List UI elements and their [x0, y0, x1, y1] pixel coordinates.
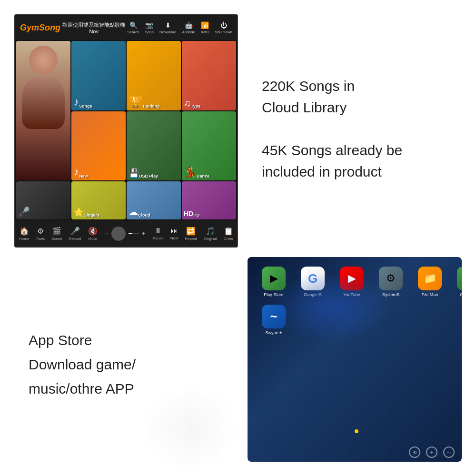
tools-button[interactable]: ⚙ Tools — [36, 227, 45, 241]
singers-cell[interactable]: ⭐ Singers — [71, 181, 126, 219]
android-label: Android — [182, 30, 196, 34]
scene-button[interactable]: 🎬 Scene — [51, 227, 62, 241]
main-container: GymSong 歡迎使用雙系統智能點歌機 Nov 🔍 Search 📷 Scan… — [0, 0, 476, 476]
songs-label: Songs — [79, 104, 92, 109]
new-label: New — [79, 174, 88, 178]
android-screen: ▶ Play Store G Google S ▶ YouTube ⚙ Syst… — [248, 257, 462, 462]
download-label: Download — [159, 30, 177, 34]
ranking-icon: 🏆 — [129, 95, 143, 109]
usbplay-cell[interactable]: 💾 USB Play — [127, 111, 181, 181]
home-icon: 🏠 — [20, 227, 29, 236]
youtube-app[interactable]: ▶ YouTube — [335, 267, 368, 297]
record-label: Record — [69, 237, 81, 241]
nav-more-button[interactable]: ··· — [443, 446, 455, 458]
scene-label: Scene — [51, 237, 62, 241]
next-icon: ⏭ — [170, 227, 178, 235]
cloud-icon: ☁ — [129, 206, 138, 218]
type-label: Type — [191, 104, 200, 109]
swype-app[interactable]: ~ Swype + — [257, 305, 290, 335]
mute-button[interactable]: 🔇 Mute — [88, 227, 98, 241]
pause-button[interactable]: ⏸ Pause — [153, 227, 164, 240]
google-icon: G — [301, 267, 325, 290]
shutdown-icon: ⏻ — [220, 21, 227, 29]
songs-cell[interactable]: ♪ Songs — [71, 41, 126, 110]
type-icon: ♫ — [184, 98, 191, 109]
cloud-label: Cloud — [138, 213, 150, 218]
search-label: Search — [127, 30, 139, 34]
shutdown-icon-item[interactable]: ⏻ ShutDown — [215, 21, 232, 34]
repeat-icon: 🔁 — [186, 227, 196, 236]
vol-minus-icon[interactable]: − — [105, 230, 109, 237]
search-icon-item[interactable]: 🔍 Search — [127, 21, 139, 34]
song-thumbnail — [111, 227, 126, 241]
wifi-icon-item[interactable]: 📶 WiFi — [201, 21, 209, 34]
next-button[interactable]: ⏭ Next — [170, 227, 178, 240]
wifi-icon: 📶 — [201, 21, 209, 29]
download-icon-item[interactable]: ⬇ Download — [159, 21, 177, 34]
order-icon: 📋 — [224, 227, 233, 236]
android-bottom-nav: ⟲ + ··· — [248, 443, 462, 462]
record-icon: 🎤 — [70, 227, 80, 236]
home-label: Home — [19, 237, 29, 241]
filemanager-app[interactable]: 📁 File Man — [413, 267, 446, 297]
vol-plus-icon[interactable]: + — [142, 230, 145, 237]
search-icon: 🔍 — [129, 21, 138, 29]
cloud-cell[interactable]: ☁ Cloud — [127, 181, 181, 219]
google-app[interactable]: G Google S — [296, 267, 329, 297]
appstore-panel: App Store Download game/ music/othre APP — [0, 252, 243, 476]
dance-cell[interactable]: 💃 Dance — [182, 111, 236, 181]
scene-icon: 🎬 — [52, 227, 61, 236]
comedy-cell[interactable]: 🎤 — [16, 181, 70, 219]
appstore-line2: Download game/ — [29, 352, 136, 377]
karaoke-bottombar: 🏠 Home ⚙ Tools 🎬 Scene 🎤 Record 🔇 — [15, 220, 237, 247]
info-line4: 45K Songs already be — [262, 139, 402, 161]
info-panel: 220K Songs in Cloud Library 45K Songs al… — [243, 0, 476, 252]
info-line5: included in product — [262, 161, 402, 182]
gokeyboard-app[interactable]: GO GO Keyb — [452, 267, 462, 297]
new-icon: ♪ — [73, 165, 79, 178]
pause-icon: ⏸ — [154, 227, 162, 235]
youtube-icon: ▶ — [340, 267, 364, 290]
filemanager-label: File Man — [413, 292, 446, 297]
android-main: ▶ Play Store G Google S ▶ YouTube ⚙ Syst… — [248, 257, 462, 443]
shutdown-label: ShutDown — [215, 30, 232, 34]
playstore-app[interactable]: ▶ Play Store — [257, 267, 290, 297]
repeat-button[interactable]: 🔁 Repeat — [185, 227, 197, 241]
wifi-label: WiFi — [201, 30, 209, 34]
ranking-cell[interactable]: 🏆 Ranking — [127, 41, 181, 110]
settings-icon: ⚙ — [379, 267, 403, 290]
android-icon: 🤖 — [185, 21, 193, 29]
android-icon-item[interactable]: 🤖 Android — [182, 21, 196, 34]
settings-app[interactable]: ⚙ SystemS — [374, 267, 407, 297]
original-button[interactable]: 🎵 Original — [204, 227, 217, 241]
progress-bar[interactable] — [129, 233, 139, 234]
order-label: Order — [224, 237, 233, 241]
nav-refresh-button[interactable]: ⟲ — [409, 446, 420, 458]
order-button[interactable]: 📋 Order — [224, 227, 233, 241]
progress-section: − + — [102, 227, 149, 241]
songs-icon: ♪ — [73, 95, 79, 109]
settings-label: SystemS — [374, 292, 407, 297]
mic-icon: 🎤 — [18, 206, 30, 218]
gymsong-logo: GymSong — [20, 23, 60, 33]
singers-icon: ⭐ — [73, 207, 84, 218]
usb-icon: 💾 — [129, 168, 139, 178]
singers-label: Singers — [84, 213, 99, 218]
record-button[interactable]: 🎤 Record — [69, 227, 81, 241]
next-label: Next — [170, 236, 178, 240]
home-button[interactable]: 🏠 Home — [19, 227, 29, 241]
nav-add-button[interactable]: + — [426, 446, 437, 458]
app-grid: ▶ Play Store G Google S ▶ YouTube ⚙ Syst… — [257, 267, 462, 438]
usbplay-label: USB Play — [139, 174, 158, 178]
type-cell[interactable]: ♫ Type — [182, 41, 236, 110]
hd-cell[interactable]: HD HD — [182, 181, 236, 219]
play-controls: ⏸ Pause ⏭ Next 🔁 Repeat 🎵 Original 📋 — [153, 227, 233, 241]
person-cell — [16, 41, 70, 180]
playstore-label: Play Store — [257, 292, 290, 297]
appstore-line1: App Store — [29, 328, 136, 352]
hd-icon: HD — [184, 210, 193, 218]
app-row-2: ~ Swype + — [257, 305, 462, 335]
scan-icon-item[interactable]: 📷 Scan — [145, 21, 154, 34]
mute-label: Mute — [89, 237, 97, 241]
new-cell[interactable]: ♪ New — [71, 111, 126, 181]
